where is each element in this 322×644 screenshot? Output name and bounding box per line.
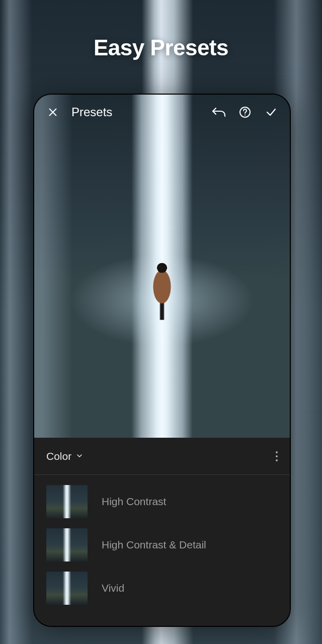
help-icon[interactable] [236,104,254,121]
undo-icon[interactable] [210,104,227,121]
preset-thumbnail [46,485,88,518]
presets-panel: Color High Contrast High Contrast & Deta… [34,438,290,626]
preset-high-contrast[interactable]: High Contrast [34,480,290,523]
top-bar: Presets [34,95,290,130]
preset-label: High Contrast & Detail [102,539,206,551]
preset-high-contrast-detail[interactable]: High Contrast & Detail [34,523,290,567]
preset-thumbnail [46,572,88,605]
preset-label: Vivid [102,582,124,594]
preset-thumbnail [46,528,88,561]
panel-header: Color [34,438,290,475]
preset-vivid[interactable]: Vivid [34,567,290,610]
category-label: Color [46,450,71,462]
photo-preview[interactable]: Presets [34,95,290,438]
topbar-title: Presets [71,105,112,119]
headline: Easy Presets [0,35,322,60]
confirm-icon[interactable] [263,104,280,121]
close-icon[interactable] [44,104,61,121]
category-dropdown[interactable]: Color [46,450,84,462]
phone-mockup: Presets Color [33,94,291,627]
chevron-down-icon [75,450,84,462]
preset-label: High Contrast [102,496,166,508]
more-icon[interactable] [276,451,278,461]
svg-point-3 [245,115,246,116]
preset-list: High Contrast High Contrast & Detail Viv… [34,475,290,610]
